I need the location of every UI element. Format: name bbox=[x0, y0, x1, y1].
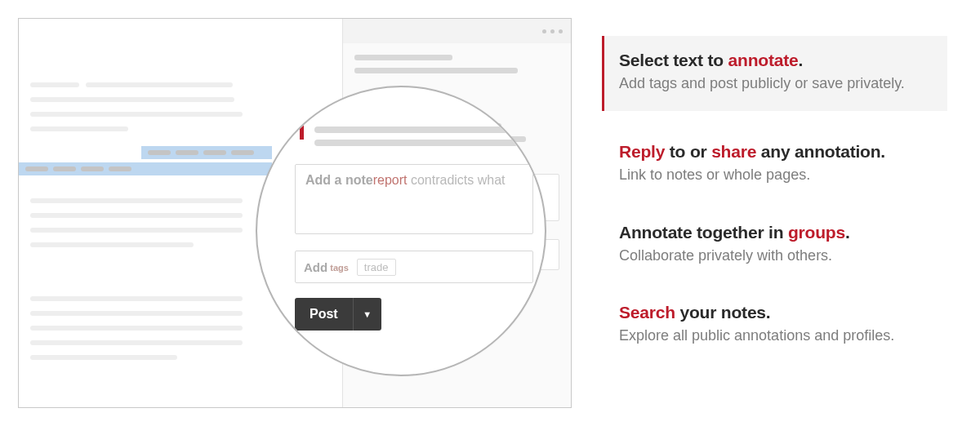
feature-annotate[interactable]: Select text to annotate. Add tags and po… bbox=[602, 36, 947, 111]
illustration-pane: Add a notereport contradicts what Add ta… bbox=[0, 0, 572, 426]
feature-sub: Link to notes or whole pages. bbox=[619, 165, 947, 184]
post-button[interactable]: Post ▼ bbox=[295, 298, 381, 331]
feature-search[interactable]: Search your notes. Explore all public an… bbox=[604, 303, 947, 345]
tag-chip[interactable]: trade bbox=[357, 259, 396, 276]
feature-groups[interactable]: Annotate together in groups. Collaborate… bbox=[604, 223, 947, 265]
tags-input[interactable]: Add tags trade bbox=[295, 251, 533, 283]
feature-sub: Explore all public annotations and profi… bbox=[619, 326, 947, 345]
illustration-canvas: Add a notereport contradicts what Add ta… bbox=[18, 18, 572, 408]
post-button-label: Post bbox=[295, 307, 353, 322]
note-placeholder: Add a note bbox=[305, 173, 373, 187]
feature-reply-share[interactable]: Reply to or share any annotation. Link t… bbox=[604, 142, 947, 184]
feature-title: Reply to or share any annotation. bbox=[619, 142, 947, 162]
note-input[interactable]: Add a notereport contradicts what bbox=[295, 164, 533, 234]
feature-sub: Collaborate privately with others. bbox=[619, 246, 947, 265]
magnifier-lens: Add a notereport contradicts what Add ta… bbox=[256, 86, 546, 376]
feature-title: Annotate together in groups. bbox=[619, 223, 947, 242]
tags-placeholder: Add tags bbox=[304, 260, 349, 274]
chevron-down-icon[interactable]: ▼ bbox=[354, 309, 381, 319]
highlight-marker bbox=[300, 123, 304, 140]
feature-title: Search your notes. bbox=[619, 303, 947, 322]
feature-title: Select text to annotate. bbox=[619, 51, 933, 70]
feature-list: Select text to annotate. Add tags and po… bbox=[572, 0, 980, 426]
feature-sub: Add tags and post publicly or save priva… bbox=[619, 73, 933, 93]
